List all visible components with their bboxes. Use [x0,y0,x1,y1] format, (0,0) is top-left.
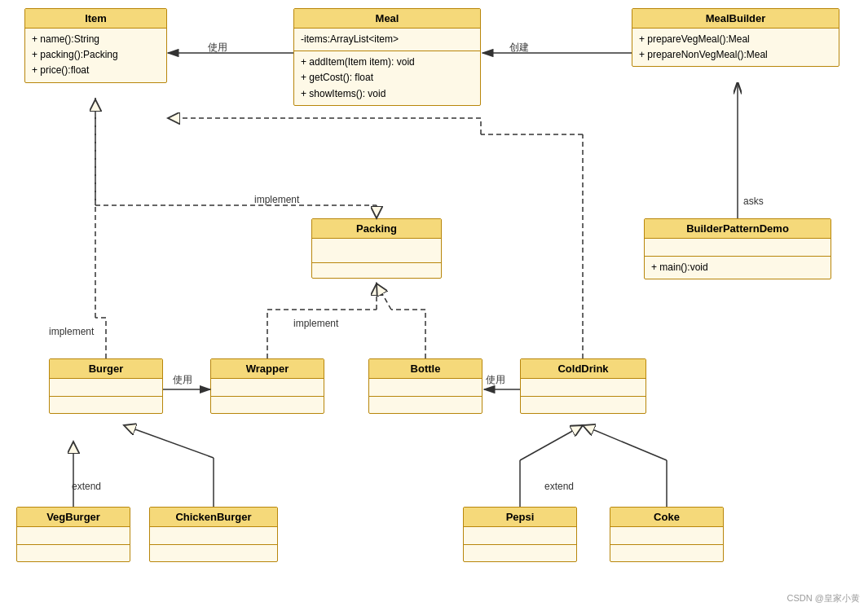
class-bottle: Bottle [368,358,482,414]
class-builder-demo-title: BuilderPatternDemo [645,219,831,239]
class-builder-demo-empty [645,239,831,257]
class-packing: Packing [311,218,442,279]
class-wrapper-title: Wrapper [211,359,324,379]
class-chickenburger: ChickenBurger [149,507,278,562]
svg-line-16 [377,284,391,310]
class-bottle-e1 [369,379,482,397]
svg-line-21 [124,425,214,458]
label-implement1: implement [254,194,299,205]
class-meal-title: Meal [294,9,480,29]
class-wrapper-e1 [211,379,324,397]
class-item-methods: + name():String + packing():Packing + pr… [25,29,166,82]
class-meal-methods: + addItem(Item item): void + getCost(): … [294,51,480,105]
class-wrapper: Wrapper [210,358,324,414]
class-packing-title: Packing [312,219,441,239]
class-mealbuilder: MealBuilder + prepareVegMeal():Meal + pr… [632,8,839,67]
class-chickenburger-e2 [150,545,277,561]
class-coke: Coke [610,507,724,562]
label-uses3: 使用 [486,373,505,387]
class-pepsi-title: Pepsi [464,508,576,527]
label-extend2: extend [544,481,574,492]
class-wrapper-e2 [211,397,324,413]
class-meal-fields: -items:ArrayList<item> [294,29,480,51]
class-item-title: Item [25,9,166,29]
svg-line-25 [583,425,667,460]
watermark: CSDN @皇家小黄 [787,592,860,604]
class-vegburger-title: VegBurger [17,508,130,527]
label-creates: 创建 [509,41,529,55]
label-extend1: extend [72,481,101,492]
class-packing-empty [312,239,441,263]
class-chickenburger-e1 [150,527,277,545]
class-vegburger-e2 [17,545,130,561]
class-mealbuilder-methods: + prepareVegMeal():Meal + prepareNonVegM… [632,29,839,66]
class-burger-title: Burger [50,359,162,379]
class-bottle-title: Bottle [369,359,482,379]
class-burger-e2 [50,397,162,413]
label-uses1: 使用 [208,41,227,55]
class-builder-demo-methods: + main():void [645,257,831,279]
class-item: Item + name():String + packing():Packing… [24,8,167,83]
class-colddrink: ColdDrink [520,358,646,414]
class-pepsi: Pepsi [463,507,577,562]
label-implement2: implement [49,326,94,337]
class-meal: Meal -items:ArrayList<item> + addItem(It… [293,8,481,106]
class-coke-title: Coke [610,508,723,527]
class-chickenburger-title: ChickenBurger [150,508,277,527]
class-colddrink-e2 [521,397,645,413]
class-mealbuilder-title: MealBuilder [632,9,839,29]
svg-line-23 [520,425,583,460]
class-builder-demo: BuilderPatternDemo + main():void [644,218,831,279]
class-vegburger-e1 [17,527,130,545]
class-vegburger: VegBurger [16,507,130,562]
diagram-container: Item + name():String + packing():Packing… [0,0,868,611]
label-asks: asks [743,196,764,207]
label-uses2: 使用 [173,373,192,387]
class-burger: Burger [49,358,163,414]
class-coke-e1 [610,527,723,545]
class-pepsi-e1 [464,527,576,545]
class-pepsi-e2 [464,545,576,561]
class-colddrink-e1 [521,379,645,397]
class-burger-e1 [50,379,162,397]
label-implement3: implement [293,318,338,329]
class-packing-empty2 [312,263,441,278]
class-coke-e2 [610,545,723,561]
class-colddrink-title: ColdDrink [521,359,645,379]
class-bottle-e2 [369,397,482,413]
